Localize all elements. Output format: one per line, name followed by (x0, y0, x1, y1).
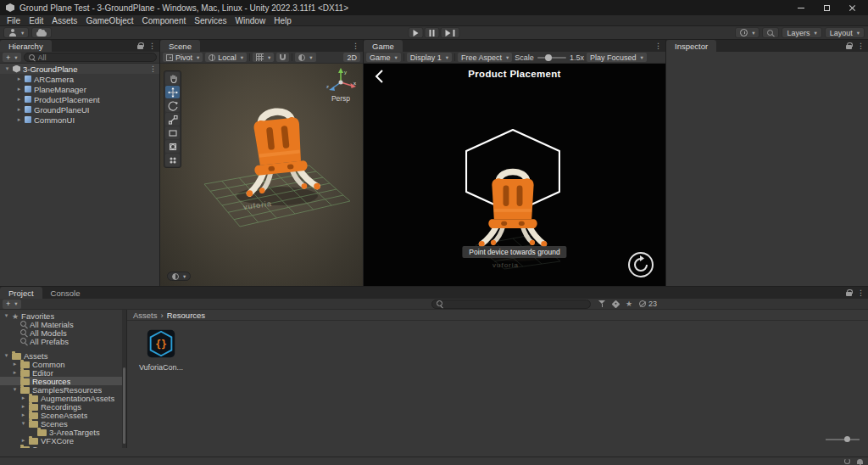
cloud-services-button[interactable] (31, 27, 52, 38)
favorite-all-models[interactable]: All Models (0, 328, 126, 337)
favorite-all-prefabs[interactable]: All Prefabs (0, 337, 126, 345)
local-dropdown[interactable]: Local (205, 53, 247, 62)
favorite-all-materials[interactable]: All Materials (0, 320, 126, 328)
pivot-dropdown[interactable]: Pivot (163, 53, 203, 62)
asset-grid[interactable]: {} VuforiaCon... (127, 321, 868, 448)
snap-settings-button[interactable] (276, 53, 289, 62)
slider-thumb[interactable] (545, 54, 552, 61)
close-button[interactable] (847, 3, 857, 13)
folder-resources[interactable]: Resources (0, 377, 126, 385)
axis-z-label[interactable]: z (326, 84, 329, 89)
menu-assets[interactable]: Assets (47, 16, 81, 25)
hierarchy-item-groundplaneui[interactable]: ▸ GroundPlaneUI (0, 104, 159, 115)
kebab-menu-icon[interactable] (148, 42, 155, 50)
background-activity-icon[interactable] (844, 458, 850, 464)
menu-services[interactable]: Services (190, 16, 231, 25)
scene-options-icon[interactable] (149, 64, 156, 73)
undo-history-button[interactable] (735, 27, 760, 38)
game-mode-dropdown[interactable]: Game (366, 53, 401, 62)
kebab-menu-icon[interactable] (654, 42, 661, 50)
tool-transform-button[interactable] (165, 140, 180, 153)
tool-custom-button[interactable] (165, 154, 180, 166)
hierarchy-search[interactable] (24, 53, 157, 62)
folder-vfxcore[interactable]: ▸VFXCore (0, 436, 126, 445)
tab-game[interactable]: Game (364, 40, 403, 52)
kebab-menu-icon[interactable] (857, 289, 864, 297)
expand-arrow-icon[interactable]: ▸ (16, 86, 22, 92)
project-search-input[interactable] (446, 300, 586, 308)
pause-button[interactable] (425, 27, 440, 38)
grid-visibility-dropdown[interactable] (253, 53, 274, 62)
menu-edit[interactable]: Edit (25, 16, 47, 25)
play-focused-dropdown[interactable]: Play Focused (587, 53, 647, 62)
2d-toggle-button[interactable]: 2D (343, 53, 360, 62)
orientation-gizmo[interactable]: y x z Persp (324, 67, 358, 103)
display-dropdown[interactable]: Display 1 (407, 53, 452, 62)
layers-dropdown[interactable]: Layers (782, 27, 821, 38)
layout-dropdown[interactable]: Layout (825, 27, 865, 38)
tool-move-button[interactable] (165, 86, 180, 98)
notifications-icon[interactable] (857, 459, 863, 464)
folder-editor[interactable]: ▸Editor (0, 368, 126, 377)
hidden-packages-badge[interactable]: 23 (639, 300, 657, 308)
folder-scenes[interactable]: ▾Scenes (0, 419, 126, 428)
hierarchy-item-commonui[interactable]: ▸ CommonUI (0, 115, 159, 125)
hierarchy-item-planemanager[interactable]: ▸ PlaneManager (0, 84, 159, 94)
chair-model[interactable] (232, 97, 326, 199)
save-search-icon[interactable] (626, 300, 632, 308)
tab-console[interactable]: Console (42, 287, 89, 299)
scrollbar-thumb[interactable] (123, 367, 125, 444)
expand-arrow-icon[interactable]: ▾ (3, 352, 9, 359)
tree-scrollbar[interactable] (122, 310, 126, 448)
minimize-button[interactable] (796, 3, 806, 13)
scale-slider[interactable] (537, 57, 566, 59)
scene-viewport[interactable]: vuforia (160, 64, 363, 286)
lock-icon[interactable] (137, 45, 143, 49)
expand-arrow-icon[interactable]: ▾ (4, 65, 10, 72)
kebab-menu-icon[interactable] (857, 42, 864, 50)
add-object-button[interactable]: + (3, 53, 21, 62)
asset-vuforia-configuration[interactable]: {} VuforiaCon... (137, 328, 185, 372)
reset-button[interactable] (627, 251, 654, 278)
menu-file[interactable]: File (3, 16, 25, 25)
hierarchy-item-arcamera[interactable]: ▸ ARCamera (0, 74, 159, 84)
tool-rect-button[interactable] (165, 126, 180, 139)
global-search-button[interactable] (762, 27, 779, 38)
expand-arrow-icon[interactable]: ▾ (3, 312, 9, 319)
menu-gameobject[interactable]: GameObject (81, 16, 137, 25)
menu-component[interactable]: Component (138, 16, 191, 25)
tab-scene[interactable]: Scene (160, 40, 200, 52)
shading-mode-dropdown[interactable] (295, 53, 315, 62)
breadcrumb-root[interactable]: Assets (133, 311, 158, 320)
thumbnail-zoom-slider[interactable] (826, 436, 860, 443)
scene-camera-settings[interactable] (167, 272, 191, 281)
search-by-type-icon[interactable] (598, 300, 606, 307)
lock-icon[interactable] (846, 45, 852, 49)
step-button[interactable] (441, 27, 460, 38)
tool-rotate-button[interactable] (165, 99, 180, 112)
aspect-dropdown[interactable]: Free Aspect (458, 53, 512, 62)
tab-hierarchy[interactable]: Hierarchy (0, 40, 52, 52)
slider-thumb[interactable] (844, 436, 850, 442)
favorites-root[interactable]: ▾ Favorites (0, 311, 126, 320)
view-t tool-hand-button[interactable] (165, 72, 180, 85)
folder-3-areatargets[interactable]: 3-AreaTargets (0, 428, 126, 436)
expand-arrow-icon[interactable]: ▸ (16, 76, 22, 82)
project-search[interactable] (431, 300, 591, 309)
menu-help[interactable]: Help (270, 16, 296, 25)
assets-root[interactable]: ▾ Assets (0, 351, 126, 360)
axis-y-label[interactable]: y (344, 70, 347, 75)
hierarchy-search-input[interactable] (38, 53, 152, 62)
search-by-label-icon[interactable] (611, 300, 620, 308)
hierarchy-item-productplacement[interactable]: ▸ ProductPlacement (0, 94, 159, 104)
folder-scenes-root[interactable]: Scenes (0, 445, 126, 448)
folder-common[interactable]: ▸Common (0, 360, 126, 368)
tab-inspector[interactable]: Inspector (666, 40, 716, 52)
menu-window[interactable]: Window (231, 16, 270, 25)
projection-label[interactable]: Persp (324, 94, 358, 103)
folder-samplesresources[interactable]: ▾SamplesResources (0, 385, 126, 394)
maximize-button[interactable] (821, 3, 832, 13)
axis-x-label[interactable]: x (353, 81, 356, 86)
expand-arrow-icon[interactable]: ▸ (16, 106, 22, 113)
tool-scale-button[interactable] (165, 113, 180, 126)
